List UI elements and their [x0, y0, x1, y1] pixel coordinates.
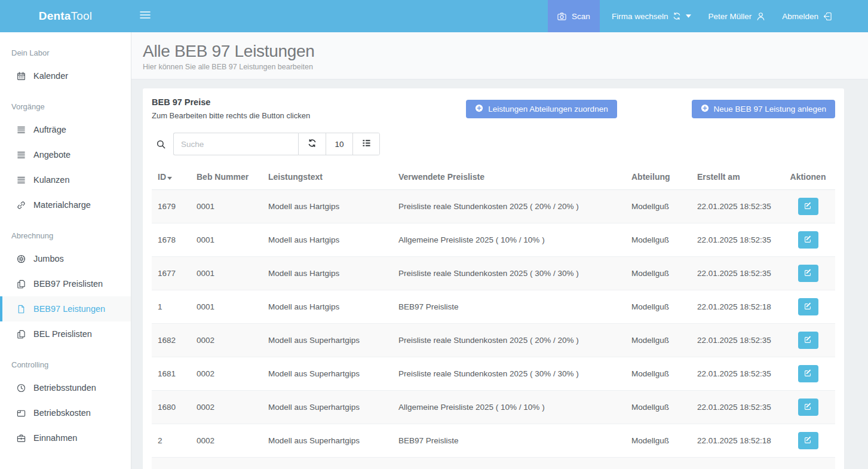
briefcase-icon	[16, 434, 26, 443]
wallet-icon	[16, 409, 26, 418]
sidebar-section-label: Controlling	[0, 347, 131, 375]
table-body: 1679 0001 Modell aus Hartgips Preisliste…	[152, 190, 835, 469]
card-titles: BEB 97 Preise Zum Bearbeiten bitte recht…	[152, 97, 466, 120]
link-icon	[16, 201, 26, 210]
search-input[interactable]	[173, 133, 298, 155]
edit-button[interactable]	[798, 332, 818, 349]
card-head: BEB 97 Preise Zum Bearbeiten bitte recht…	[152, 97, 835, 120]
header-actions: Scan Firma wechseln Peter Müller Abmelde…	[548, 0, 868, 32]
sidebar-item-beb97-preislisten[interactable]: BEB97 Preislisten	[0, 271, 131, 296]
table-header-row: ID Beb Nummer Leistungstext Verwendete P…	[152, 167, 835, 190]
column-header-preisliste[interactable]: Verwendete Preisliste	[392, 167, 625, 190]
edit-button[interactable]	[798, 298, 818, 315]
main-area: Alle BEB 97 Leistungen Hier können Sie a…	[131, 32, 868, 469]
edit-icon	[804, 269, 812, 278]
sidebar-item-label: BEB97 Preislisten	[33, 279, 103, 289]
company-switch-button[interactable]: Firma wechseln	[603, 0, 700, 32]
user-menu-button[interactable]: Peter Müller	[700, 0, 774, 32]
cell-beb-nummer: 0002	[191, 391, 262, 424]
assign-departments-button[interactable]: Leistungen Abteilungen zuordnen	[466, 100, 617, 118]
create-service-label: Neue BEB 97 Leistung anlegen	[714, 105, 826, 114]
sidebar-item-kalender[interactable]: Kalender	[0, 63, 131, 88]
cell-abteilung: Modellguß	[625, 223, 691, 257]
column-header-beb-nummer[interactable]: Beb Nummer	[191, 167, 262, 190]
sidebar-item-beb97-leistungen[interactable]: BEB97 Leistungen	[0, 296, 131, 321]
sidebar-section: Vorgänge Aufträge Angebote Kulanzen Mate…	[0, 88, 131, 217]
table-row: 1679 0001 Modell aus Hartgips Preisliste…	[152, 190, 835, 223]
column-header-abteilung[interactable]: Abteilung	[625, 167, 691, 190]
app-header: DentaTool Scan Firma wechseln Peter Müll…	[0, 0, 868, 32]
clock-icon	[16, 384, 26, 393]
edit-icon	[804, 369, 812, 379]
cell-leistungstext: Modell aus Hartgips	[262, 190, 392, 223]
sidebar-item-materialcharge[interactable]: Materialcharge	[0, 192, 131, 217]
cell-erstellt-am: 22.01.2025 18:52:35	[691, 223, 781, 257]
sidebar-item-betriebskosten[interactable]: Betriebskosten	[0, 400, 131, 425]
create-service-button[interactable]: Neue BEB 97 Leistung anlegen	[692, 100, 835, 118]
page-title: Alle BEB 97 Leistungen	[143, 42, 844, 61]
sidebar-item-kulanzen[interactable]: Kulanzen	[0, 167, 131, 192]
cell-beb-nummer: 0001	[191, 190, 262, 223]
logout-button[interactable]: Abmelden	[774, 0, 841, 32]
sidebar-item-label: Materialcharge	[33, 200, 91, 210]
edit-button[interactable]	[798, 231, 818, 249]
page-size-button[interactable]: 10	[326, 133, 352, 155]
sidebar-item-bel-preislisten[interactable]: BEL Preislisten	[0, 321, 131, 347]
sidebar-item-auftr-ge[interactable]: Aufträge	[0, 117, 131, 142]
cell-id: 1	[152, 290, 191, 324]
edit-button[interactable]	[798, 198, 818, 215]
column-header-leistungstext[interactable]: Leistungstext	[262, 167, 392, 190]
cell-preisliste: Preisliste reale Stundenkosten 2025 ( 20…	[392, 324, 625, 357]
sidebar-item-label: Betriebsstunden	[33, 383, 96, 393]
sidebar-section-label: Vorgänge	[0, 88, 131, 117]
column-header-erstellt-am[interactable]: Erstellt am	[691, 167, 781, 190]
card-subtitle: Zum Bearbeiten bitte rechts die Button c…	[152, 111, 466, 120]
edit-button[interactable]	[798, 365, 818, 382]
copy-icon	[16, 280, 26, 289]
cell-leistungstext: Modell aus Superhartgips	[262, 357, 392, 391]
search-icon	[157, 140, 165, 149]
column-toggle-button[interactable]	[352, 133, 379, 155]
sidebar-section: Controlling Betriebsstunden Betriebskost…	[0, 347, 131, 450]
sidebar-item-angebote[interactable]: Angebote	[0, 142, 131, 167]
refresh-icon	[308, 139, 317, 149]
sidebar-nav: Dein Labor Kalender Vorgänge Aufträge An…	[0, 32, 131, 469]
refresh-button[interactable]	[299, 133, 326, 155]
cell-erstellt-am: 22.01.2025 18:52:18	[691, 290, 781, 324]
cell-preisliste: BEB97 Preisliste	[392, 424, 625, 458]
edit-button[interactable]	[798, 265, 818, 282]
cell-beb-nummer: 0002	[191, 424, 262, 458]
sidebar-item-jumbos[interactable]: Jumbos	[0, 246, 131, 271]
cell-abteilung: Modellguß	[625, 290, 691, 324]
brand-logo: DentaTool	[0, 0, 131, 32]
company-switch-label: Firma wechseln	[612, 12, 668, 21]
cell-id: 1681	[152, 357, 191, 391]
plus-circle-icon	[701, 104, 709, 114]
brand-light: Tool	[71, 10, 93, 23]
user-name: Peter Müller	[708, 12, 752, 21]
file-icon	[16, 305, 26, 314]
edit-button[interactable]	[798, 399, 818, 416]
scan-label: Scan	[572, 12, 590, 21]
logout-label: Abmelden	[782, 12, 818, 21]
column-header-id[interactable]: ID	[152, 167, 191, 190]
table-toolbar: 10	[152, 133, 835, 155]
page-head: Alle BEB 97 Leistungen Hier können Sie a…	[131, 32, 868, 79]
cell-abteilung: Modellguß	[625, 257, 691, 290]
sidebar-toggle-button[interactable]	[131, 0, 160, 32]
nav-section-items: Aufträge Angebote Kulanzen Materialcharg…	[0, 117, 131, 217]
cell-abteilung: Modellguß	[625, 424, 691, 458]
scan-button[interactable]: Scan	[548, 0, 600, 32]
edit-button[interactable]	[798, 432, 818, 449]
sidebar-item-einnahmen[interactable]: Einnahmen	[0, 425, 131, 450]
edit-icon	[804, 302, 812, 312]
edit-icon	[804, 403, 812, 412]
table-row: 1678 0001 Modell aus Hartgips Allgemeine…	[152, 223, 835, 257]
sidebar-item-betriebsstunden[interactable]: Betriebsstunden	[0, 375, 131, 400]
sidebar-item-label: BEB97 Leistungen	[33, 304, 105, 314]
sidebar-section: Abrechnung Jumbos BEB97 Preislisten BEB9…	[0, 217, 131, 347]
sidebar-item-label: Einnahmen	[33, 433, 77, 443]
plus-circle-icon	[475, 104, 483, 114]
sidebar-item-label: Aufträge	[33, 125, 66, 134]
cell-id: 1680	[152, 391, 191, 424]
